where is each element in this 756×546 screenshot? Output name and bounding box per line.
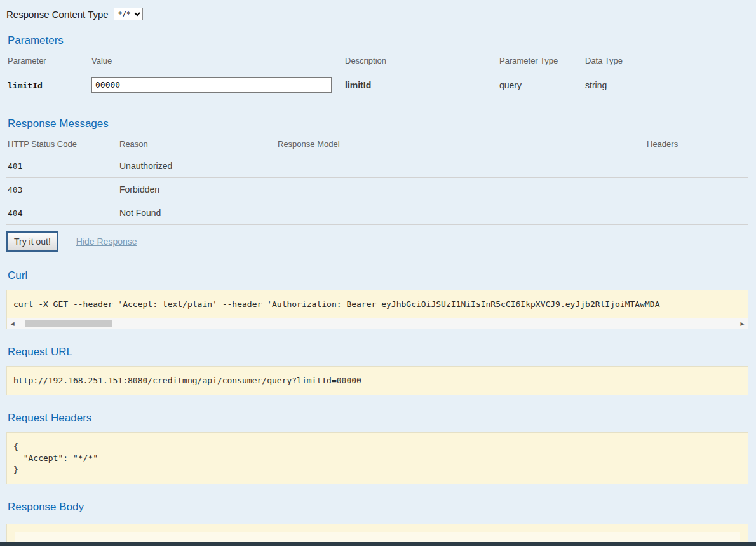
scroll-left-arrow-icon[interactable]: ◀: [7, 318, 18, 329]
col-data-type: Data Type: [585, 56, 747, 65]
status-code: 403: [8, 185, 22, 195]
col-description: Description: [345, 56, 499, 65]
parameter-type: query: [499, 80, 522, 90]
hide-response-link[interactable]: Hide Response: [76, 236, 137, 247]
table-row-parameter-limitId: limitId limitId query string: [6, 71, 748, 99]
col-parameter: Parameter: [8, 56, 91, 65]
response-messages-heading: Response Messages: [8, 118, 748, 130]
scroll-right-arrow-icon[interactable]: ▶: [737, 318, 748, 329]
curl-heading: Curl: [8, 270, 748, 282]
col-response-model: Response Model: [278, 139, 647, 149]
status-code: 404: [8, 208, 22, 218]
col-parameter-type: Parameter Type: [499, 56, 585, 65]
request-headers-block: { "Accept": "*/*" }: [6, 432, 748, 484]
response-content-type-select[interactable]: */*: [114, 8, 143, 20]
status-code: 401: [8, 161, 22, 171]
curl-horizontal-scrollbar[interactable]: ◀ ▶: [6, 318, 748, 329]
swagger-operation-panel: Response Content Type */* Parameters Par…: [0, 0, 756, 546]
status-reason: Unauthorized: [119, 161, 172, 171]
footer-bar: [0, 542, 756, 546]
response-body-heading: Response Body: [8, 501, 748, 514]
request-headers-heading: Request Headers: [8, 412, 748, 425]
parameters-table-header: Parameter Value Description Parameter Ty…: [6, 52, 748, 71]
request-url-heading: Request URL: [8, 346, 748, 358]
try-it-out-button[interactable]: Try it out!: [6, 231, 58, 252]
parameters-heading: Parameters: [8, 34, 748, 47]
actions-row: Try it out! Hide Response: [6, 231, 748, 252]
scrollbar-thumb[interactable]: [25, 320, 112, 327]
response-content-type-row: Response Content Type */*: [6, 8, 748, 20]
parameter-data-type: string: [585, 80, 607, 90]
col-reason: Reason: [119, 139, 278, 149]
col-value: Value: [91, 56, 345, 65]
scrollbar-track[interactable]: [18, 318, 737, 329]
table-row-status-404: 404 Not Found: [6, 201, 748, 225]
col-headers: Headers: [647, 139, 747, 149]
table-row-status-403: 403 Forbidden: [6, 178, 748, 201]
parameter-name: limitId: [8, 81, 43, 90]
curl-command-block: curl -X GET --header 'Accept: text/plain…: [6, 290, 748, 318]
parameter-value-input[interactable]: [91, 77, 332, 93]
request-url-block: http://192.168.251.151:8080/creditmng/ap…: [6, 366, 748, 395]
status-reason: Forbidden: [119, 184, 159, 195]
col-http-status-code: HTTP Status Code: [8, 139, 119, 149]
parameter-description: limitId: [345, 80, 371, 90]
response-messages-table-header: HTTP Status Code Reason Response Model H…: [6, 135, 748, 154]
response-content-type-label: Response Content Type: [6, 9, 109, 20]
table-row-status-401: 401 Unauthorized: [6, 154, 748, 178]
status-reason: Not Found: [119, 208, 161, 218]
